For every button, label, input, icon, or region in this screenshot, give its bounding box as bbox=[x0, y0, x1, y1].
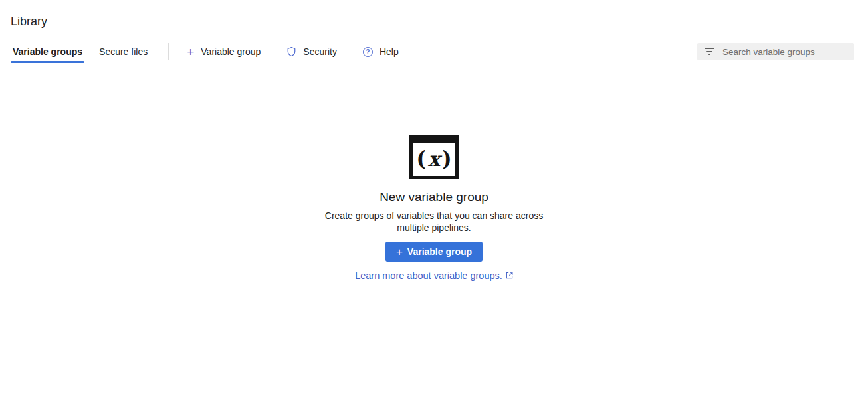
learn-more-link[interactable]: Learn more about variable groups. bbox=[294, 270, 574, 281]
variable-group-icon: (x) bbox=[409, 135, 459, 179]
tab-secure-files-label: Secure files bbox=[99, 46, 148, 57]
help-label: Help bbox=[380, 46, 399, 57]
page-title: Library bbox=[11, 14, 857, 29]
help-icon: ? bbox=[363, 47, 373, 57]
empty-state-description: Create groups of variables that you can … bbox=[324, 210, 544, 234]
add-variable-group-command[interactable]: + Variable group bbox=[187, 46, 261, 58]
tab-variable-groups-label: Variable groups bbox=[13, 46, 82, 57]
security-label: Security bbox=[303, 46, 337, 57]
security-command[interactable]: Security bbox=[286, 46, 337, 57]
variable-group-button[interactable]: + Variable group bbox=[385, 242, 483, 262]
filter-icon bbox=[705, 48, 714, 56]
add-variable-group-label: Variable group bbox=[201, 46, 261, 57]
variable-group-icon-body: (x) bbox=[413, 143, 455, 176]
empty-state-title: New variable group bbox=[294, 190, 574, 204]
learn-more-link-text[interactable]: Learn more about variable groups. bbox=[355, 270, 502, 281]
plus-icon: + bbox=[187, 46, 194, 58]
main-content: (x) New variable group Create groups of … bbox=[0, 135, 868, 281]
tab-secure-files[interactable]: Secure files bbox=[97, 40, 150, 64]
search-variable-groups-box[interactable] bbox=[697, 43, 854, 60]
empty-state: (x) New variable group Create groups of … bbox=[294, 135, 574, 281]
tab-variable-groups[interactable]: Variable groups bbox=[11, 40, 84, 64]
variable-group-button-label: Variable group bbox=[407, 246, 472, 257]
toolbar-divider bbox=[168, 43, 169, 60]
help-command[interactable]: ? Help bbox=[363, 46, 399, 57]
external-link-icon bbox=[506, 272, 513, 279]
page-header: Library bbox=[0, 0, 868, 29]
shield-icon bbox=[286, 46, 296, 57]
plus-icon: + bbox=[396, 246, 403, 258]
tab-command-bar: Variable groups Secure files + Variable … bbox=[0, 40, 868, 64]
search-input[interactable] bbox=[722, 47, 849, 57]
